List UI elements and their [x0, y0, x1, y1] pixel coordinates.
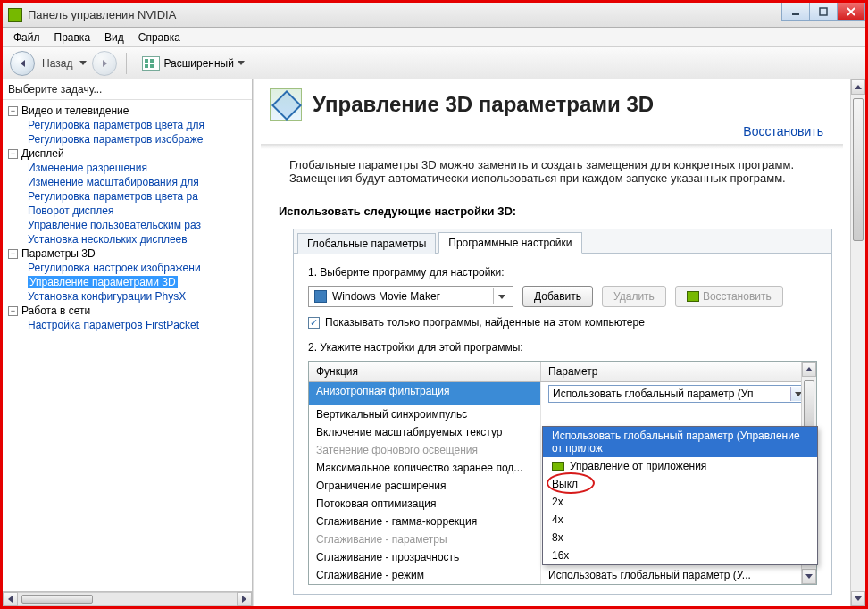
tree-item[interactable]: Управление пользовательским раз: [3, 218, 252, 232]
menu-help[interactable]: Справка: [131, 28, 188, 46]
dropdown-option[interactable]: Использовать глобальный параметр (Управл…: [543, 427, 817, 457]
grid-cell-function: Сглаживание - прозрачность: [309, 548, 541, 566]
tree-item[interactable]: Регулировка параметров изображе: [3, 132, 252, 146]
add-program-button[interactable]: Добавить: [522, 286, 593, 307]
tree-item-link[interactable]: Изменение масштабирования для: [28, 176, 199, 188]
grid-cell-value[interactable]: Использовать глобальный параметр (Уп: [541, 382, 816, 405]
chevron-down-icon[interactable]: [79, 61, 87, 65]
tree-item-link[interactable]: Установка конфигурации PhysX: [28, 290, 186, 303]
menu-edit[interactable]: Правка: [47, 28, 98, 46]
anisotropic-filter-dropdown[interactable]: Использовать глобальный параметр (Управл…: [542, 426, 818, 565]
value-dropdown[interactable]: Использовать глобальный параметр (Уп: [548, 385, 809, 403]
tree-expander-icon[interactable]: −: [8, 249, 18, 259]
toolbar: Назад Расширенный: [3, 47, 865, 79]
window-close-button[interactable]: [837, 3, 865, 21]
view-mode-label: Расширенный: [163, 57, 234, 70]
tree-group-label: Параметры 3D: [21, 247, 96, 260]
tree-item[interactable]: Установка нескольких дисплеев: [3, 232, 252, 246]
restore-program-button[interactable]: Восстановить: [675, 286, 783, 307]
content-scrollbar[interactable]: [850, 79, 865, 606]
remove-program-button[interactable]: Удалить: [602, 286, 666, 307]
dropdown-option[interactable]: Выкл: [543, 475, 817, 493]
dropdown-option[interactable]: 16x: [543, 546, 817, 564]
tree-item-link[interactable]: Настройка параметров FirstPacket: [28, 319, 199, 331]
dropdown-option[interactable]: 4x: [543, 511, 817, 529]
grid-cell-function: Максимальное количество заранее под...: [309, 459, 541, 477]
page-3d-icon: [270, 88, 302, 121]
tree-group[interactable]: −Параметры 3D: [3, 246, 252, 261]
tree-item-link[interactable]: Управление параметрами 3D: [28, 276, 178, 288]
show-installed-only-checkbox[interactable]: [308, 317, 320, 329]
tree-item[interactable]: Регулировка параметров цвета ра: [3, 189, 252, 204]
grid-cell-function: Сглаживание - режим: [309, 566, 541, 584]
tree-item-link[interactable]: Изменение разрешения: [28, 162, 147, 174]
window-titlebar: Панель управления NVIDIA: [3, 3, 865, 28]
menu-file[interactable]: Файл: [6, 28, 47, 46]
scroll-track[interactable]: [851, 95, 865, 591]
window-minimize-button[interactable]: [781, 3, 810, 21]
grid-header-function[interactable]: Функция: [309, 362, 541, 381]
tree-item[interactable]: Изменение разрешения: [3, 161, 252, 175]
sidebar-horizontal-scrollbar[interactable]: [3, 591, 252, 606]
window-title: Панель управления NVIDIA: [28, 8, 176, 21]
nav-back-button[interactable]: [10, 51, 35, 76]
scroll-thumb[interactable]: [21, 595, 93, 604]
grid-row[interactable]: Вертикальный синхроимпульс: [309, 405, 816, 423]
grid-cell-function: Потоковая оптимизация: [309, 495, 541, 513]
tree-item-link[interactable]: Регулировка параметров изображе: [28, 133, 203, 146]
tree-group[interactable]: −Работа в сети: [3, 304, 252, 318]
program-select-combo[interactable]: Windows Movie Maker: [308, 286, 513, 307]
tree-item-link[interactable]: Регулировка параметров цвета для: [28, 119, 204, 131]
tree-group-label: Видео и телевидение: [21, 104, 129, 117]
tree-item-link[interactable]: Регулировка настроек изображени: [28, 262, 201, 274]
scroll-down-button[interactable]: [851, 591, 865, 606]
nav-forward-button[interactable]: [92, 51, 117, 76]
tree-expander-icon[interactable]: −: [8, 306, 18, 316]
program-select-value: Windows Movie Maker: [332, 290, 440, 303]
scroll-right-button[interactable]: [237, 592, 252, 606]
tree-group[interactable]: −Видео и телевидение: [3, 104, 252, 118]
tree-expander-icon[interactable]: −: [8, 106, 18, 116]
tree-item[interactable]: Поворот дисплея: [3, 204, 252, 218]
tree-item[interactable]: Управление параметрами 3D: [3, 275, 252, 289]
dropdown-option[interactable]: Управление от приложения: [543, 457, 817, 475]
tree-item[interactable]: Установка конфигурации PhysX: [3, 289, 252, 304]
tree-item[interactable]: Изменение масштабирования для: [3, 175, 252, 189]
tab-global[interactable]: Глобальные параметры: [297, 233, 436, 254]
movie-maker-icon: [314, 290, 327, 303]
grid-cell-function: Анизотропная фильтрация: [309, 382, 541, 405]
grid-header-parameter[interactable]: Параметр: [541, 362, 816, 381]
tree-item[interactable]: Настройка параметров FirstPacket: [3, 318, 252, 332]
scroll-track[interactable]: [18, 592, 237, 606]
window-maximize-button[interactable]: [809, 3, 838, 21]
intro-text: Глобальные параметры 3D можно заменить и…: [254, 149, 850, 199]
settings-tabs: Глобальные параметры Программные настрой…: [293, 229, 832, 595]
tree-item-link[interactable]: Установка нескольких дисплеев: [28, 233, 188, 246]
restore-defaults-link[interactable]: Восстановить: [254, 124, 850, 144]
step2-label: 2. Укажите настройки для этой программы:: [308, 341, 817, 354]
scroll-left-button[interactable]: [3, 592, 18, 606]
sidebar-header: Выберите задачу...: [3, 79, 252, 100]
scroll-down-button[interactable]: [802, 569, 816, 584]
scroll-up-button[interactable]: [851, 79, 865, 95]
tree-item[interactable]: Регулировка параметров цвета для: [3, 118, 252, 132]
scroll-up-button[interactable]: [802, 362, 816, 377]
tree-item-link[interactable]: Поворот дисплея: [28, 204, 114, 217]
scroll-thumb[interactable]: [853, 98, 864, 241]
menu-view[interactable]: Вид: [97, 28, 131, 46]
tab-program[interactable]: Программные настройки: [438, 232, 581, 254]
svg-rect-0: [792, 13, 799, 15]
view-mode-dropdown[interactable]: Расширенный: [136, 53, 251, 74]
tree-item[interactable]: Регулировка настроек изображени: [3, 261, 252, 275]
tree-group[interactable]: −Дисплей: [3, 146, 252, 161]
page-title: Управление 3D параметрами 3D: [313, 92, 654, 117]
grid-row[interactable]: Анизотропная фильтрацияИспользовать глоб…: [309, 382, 816, 405]
tree-expander-icon[interactable]: −: [8, 149, 18, 159]
tree-item-link[interactable]: Управление пользовательским раз: [28, 219, 201, 231]
tree-item-link[interactable]: Регулировка параметров цвета ра: [28, 190, 198, 203]
grid-cell-value[interactable]: [541, 405, 816, 423]
dropdown-option[interactable]: 8x: [543, 529, 817, 546]
dropdown-option[interactable]: 2x: [543, 493, 817, 511]
grid-cell-value[interactable]: Использовать глобальный параметр (У...: [541, 566, 816, 584]
grid-row[interactable]: Сглаживание - режимИспользовать глобальн…: [309, 566, 816, 584]
